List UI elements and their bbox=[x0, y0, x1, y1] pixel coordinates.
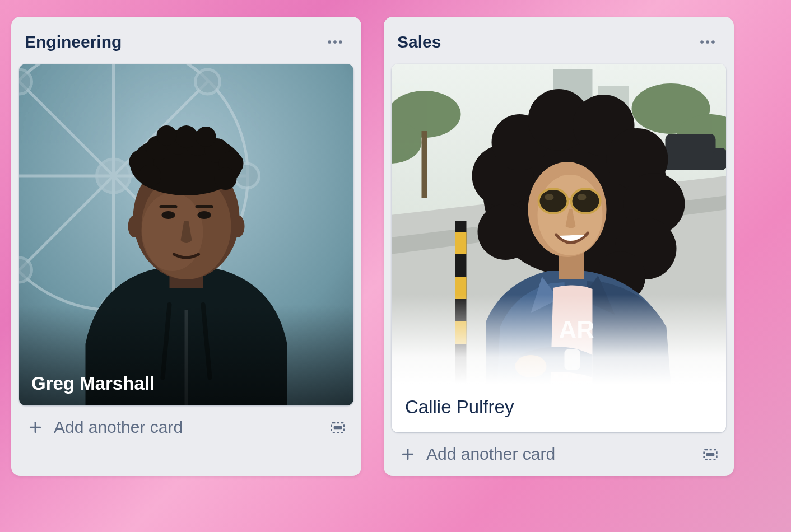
svg-point-39 bbox=[198, 211, 211, 219]
svg-point-25 bbox=[142, 193, 203, 271]
list-title[interactable]: Engineering bbox=[25, 32, 122, 52]
add-card-label: Add another card bbox=[426, 445, 555, 464]
add-card-label: Add another card bbox=[54, 418, 183, 437]
cover-fade bbox=[392, 295, 726, 384]
svg-point-89 bbox=[578, 194, 587, 200]
svg-point-86 bbox=[571, 189, 601, 213]
card-callie-pulfrey[interactable]: AR bbox=[392, 64, 726, 432]
svg-point-38 bbox=[162, 211, 175, 219]
svg-point-37 bbox=[196, 127, 216, 147]
svg-rect-51 bbox=[334, 426, 342, 429]
card-cover-image: Greg Marshall bbox=[19, 64, 353, 405]
card-cover-image: AR bbox=[392, 64, 726, 384]
svg-rect-95 bbox=[706, 453, 715, 456]
svg-rect-41 bbox=[196, 205, 213, 208]
svg-point-2 bbox=[339, 40, 342, 44]
template-icon bbox=[329, 418, 347, 436]
svg-point-0 bbox=[328, 40, 331, 44]
list-menu-button[interactable] bbox=[696, 30, 719, 54]
add-card-button[interactable]: Add another card bbox=[27, 418, 183, 437]
card-title: Callie Pulfrey bbox=[392, 384, 726, 432]
svg-point-20 bbox=[19, 69, 32, 94]
list-engineering: Engineering bbox=[11, 17, 361, 476]
svg-point-53 bbox=[706, 40, 709, 44]
card-greg-marshall[interactable]: Greg Marshall bbox=[19, 64, 353, 405]
svg-point-33 bbox=[139, 165, 161, 187]
svg-point-85 bbox=[539, 189, 568, 213]
list-sales: Sales bbox=[384, 17, 734, 476]
svg-point-18 bbox=[19, 258, 32, 282]
svg-rect-40 bbox=[160, 205, 178, 208]
svg-rect-68 bbox=[455, 232, 467, 254]
card-template-button[interactable] bbox=[329, 418, 347, 436]
svg-point-88 bbox=[545, 194, 554, 200]
card-template-button[interactable] bbox=[701, 445, 719, 463]
svg-point-45 bbox=[128, 215, 142, 237]
list-menu-button[interactable] bbox=[323, 30, 347, 54]
svg-point-52 bbox=[700, 40, 704, 44]
more-horizontal-icon bbox=[325, 32, 345, 52]
svg-point-46 bbox=[231, 215, 245, 237]
svg-point-1 bbox=[333, 40, 337, 44]
svg-point-54 bbox=[711, 40, 715, 44]
more-horizontal-icon bbox=[698, 32, 717, 52]
plus-icon bbox=[27, 419, 44, 436]
svg-point-17 bbox=[196, 69, 220, 94]
template-icon bbox=[701, 445, 719, 463]
svg-point-36 bbox=[157, 125, 177, 146]
svg-point-35 bbox=[175, 125, 198, 148]
list-footer: Add another card bbox=[392, 432, 726, 468]
board: Engineering bbox=[0, 0, 791, 493]
card-title: Greg Marshall bbox=[19, 360, 353, 405]
list-header: Engineering bbox=[19, 25, 353, 64]
svg-rect-66 bbox=[666, 134, 716, 153]
list-footer: Add another card bbox=[19, 405, 353, 441]
plus-icon bbox=[399, 446, 416, 463]
list-header: Sales bbox=[392, 25, 726, 64]
svg-rect-64 bbox=[422, 131, 427, 198]
list-title[interactable]: Sales bbox=[397, 32, 441, 52]
add-card-button[interactable]: Add another card bbox=[399, 445, 555, 464]
svg-point-79 bbox=[478, 204, 534, 260]
svg-point-34 bbox=[215, 167, 237, 190]
